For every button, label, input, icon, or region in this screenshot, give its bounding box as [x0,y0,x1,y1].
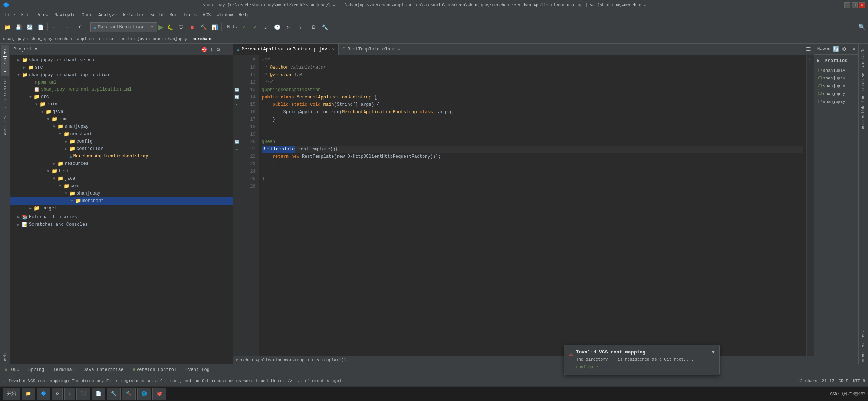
menu-navigate[interactable]: Navigate [51,12,79,19]
maven-item-4[interactable]: 🏷 shanjupay [814,98,858,105]
back-btn[interactable]: ← [50,22,60,32]
tree-item[interactable]: ▶ 📁 shanjupay-merchant-service [10,56,233,64]
favorites-tab[interactable]: 3: Favorites [1,113,9,148]
tree-item[interactable]: ▼ 📁 shanjupay-merchant-application [10,71,233,79]
collapse-panel-btn[interactable]: — [223,46,230,53]
breadcrumb-merchant[interactable]: merchant [193,37,213,41]
close-button[interactable]: ✕ [859,2,865,8]
tree-item[interactable]: 📋 shanjupay-merchant-application.iml [10,86,233,93]
breadcrumb-src[interactable]: src [109,37,117,41]
menu-help[interactable]: Help [236,12,252,19]
git-history-btn[interactable]: 🕐 [273,22,282,32]
breadcrumb-java[interactable]: java [137,37,147,41]
menu-tools[interactable]: Tools [181,12,200,19]
save-btn[interactable]: 💾 [13,22,23,32]
configure-link[interactable]: Configure... [576,365,605,369]
tree-item[interactable]: ▼ 📁 shanjupay [10,123,233,130]
event-log-tab[interactable]: Event Log [184,367,211,372]
tree-item[interactable]: ☕ MerchantApplicationBootstrap [10,153,233,160]
settings-btn[interactable]: ⚙ [309,22,319,32]
tree-item[interactable]: ▼ 📁 main [10,101,233,108]
structure-tab[interactable]: 2: Structure [1,76,9,112]
tree-item[interactable]: ▼ 📁 com [10,182,233,190]
breadcrumb-main[interactable]: main [122,37,132,41]
tree-item[interactable]: ▼ 📁 com [10,115,233,123]
menu-window[interactable]: Window [214,12,236,19]
tree-item[interactable]: ▼ 📁 merchant [10,130,233,138]
settings-panel-btn[interactable]: ⚙ [215,46,221,53]
tree-item[interactable]: ▶ 📁 resources [10,160,233,167]
tree-item-selected[interactable]: ▼ 📁 merchant [10,197,233,205]
taskbar-app2[interactable]: 🔨 [122,388,136,400]
start-btn[interactable]: 开始 [3,388,20,400]
tree-item[interactable]: ▶ 📁 src [10,64,233,71]
tree-item-scratches[interactable]: ▶ 📝 Scratches and Consoles [10,221,233,228]
tree-item[interactable]: ▶ 📁 target [10,205,233,212]
tree-item-external-libs[interactable]: ▶ 📚 External Libraries [10,213,233,221]
tree-item[interactable]: ▼ 📁 java [10,108,233,115]
taskbar-intellij[interactable]: ⚙ [52,388,63,400]
notif-expand-icon[interactable]: ▼ [712,349,715,355]
todo-tab[interactable]: 6 TODO [3,367,21,372]
bean-validation-tab[interactable]: Bean Validation [860,94,867,131]
minimize-button[interactable]: ─ [844,2,850,8]
taskbar-git[interactable]: 🐙 [152,388,166,400]
window-controls[interactable]: ─ □ ✕ [844,2,865,8]
tree-item[interactable]: ▼ 📁 shanjupay [10,190,233,197]
taskbar-idea[interactable]: 🔷 [37,388,50,400]
run-config-dropdown[interactable]: ☕ MerchantBootstrap ▼ [90,22,157,32]
ant-build-tab[interactable]: Ant Build [860,45,867,70]
maven-projects-tab[interactable]: Maven Projects [860,328,867,364]
profile-btn[interactable]: 📊 [210,22,219,32]
code-lines[interactable]: /** * @author Administrator * @version 1… [259,55,806,356]
menu-analyze[interactable]: Analyze [95,12,120,19]
undo-btn[interactable]: ↶ [76,22,85,32]
menu-vcs[interactable]: VCS [200,12,214,19]
breadcrumb-shanjupay2[interactable]: shanjupay [165,37,187,41]
tab-close-btn-2[interactable]: ✕ [398,47,401,52]
stop-btn[interactable]: ■ [187,22,197,32]
sync-btn[interactable]: 🔄 [24,22,34,32]
version-control-tab[interactable]: 9 Version Control [131,367,178,372]
tree-item[interactable]: ▼ 📁 test [10,167,233,175]
menu-edit[interactable]: Edit [18,12,35,19]
git-branch-btn[interactable]: ⑃ [295,22,305,32]
terminal-tab[interactable]: Terminal [52,367,76,372]
locate-btn[interactable]: 🎯 [200,46,208,53]
menu-view[interactable]: View [35,12,52,19]
menu-build[interactable]: Build [147,12,167,19]
web-tab[interactable]: Web [1,351,9,364]
taskbar-app1[interactable]: 🔧 [107,388,121,400]
external-tools-btn[interactable]: 🔧 [320,22,330,32]
tab-close-btn[interactable]: ✕ [332,47,335,52]
maven-item-0[interactable]: 🏷 shanjupay [814,66,858,74]
git-update-btn[interactable]: ↙ [262,22,271,32]
taskbar-java[interactable]: ☕ [64,388,75,400]
spring-tab[interactable]: Spring [27,367,46,372]
git-revert-btn[interactable]: ↩ [284,22,293,32]
debug-btn[interactable]: 🐛 [165,22,175,32]
forward-btn[interactable]: → [61,22,71,32]
tree-item[interactable]: ▼ 📁 java [10,175,233,182]
layout-btn[interactable]: ☰ [803,46,814,52]
git-commit-btn[interactable]: ✓ [239,22,249,32]
tab-rest-template[interactable]: C RestTemplate.class ✕ [339,44,404,55]
new-btn[interactable]: 📄 [36,22,45,32]
run-button[interactable]: ▶ [158,23,164,31]
java-enterprise-tab[interactable]: Java Enterprise [82,367,125,372]
taskbar-browser[interactable]: 🌐 [137,388,151,400]
maven-item-1[interactable]: 🏷 shanjupay [814,74,858,82]
tree-item[interactable]: ▶ 📁 controller [10,145,233,153]
project-tab[interactable]: 1: Project [1,45,9,76]
menu-refactor[interactable]: Refactor [120,12,147,19]
breadcrumb-merchant-app[interactable]: shanjupay-merchant-application [30,37,104,41]
tree-item[interactable]: m pom.xml [10,79,233,86]
tab-merchant-bootstrap[interactable]: ☕ MerchantApplicationBootstrap.java ✕ [233,44,339,55]
sort-btn[interactable]: ↕ [210,46,214,53]
menu-file[interactable]: File [1,12,18,19]
maximize-button[interactable]: □ [852,2,858,8]
git-push-btn[interactable]: ✔ [250,22,260,32]
taskbar-explorer[interactable]: 📁 [22,388,35,400]
breadcrumb-shanjupay[interactable]: shanjupay [3,37,25,41]
taskbar-notepad[interactable]: 📄 [92,388,105,400]
